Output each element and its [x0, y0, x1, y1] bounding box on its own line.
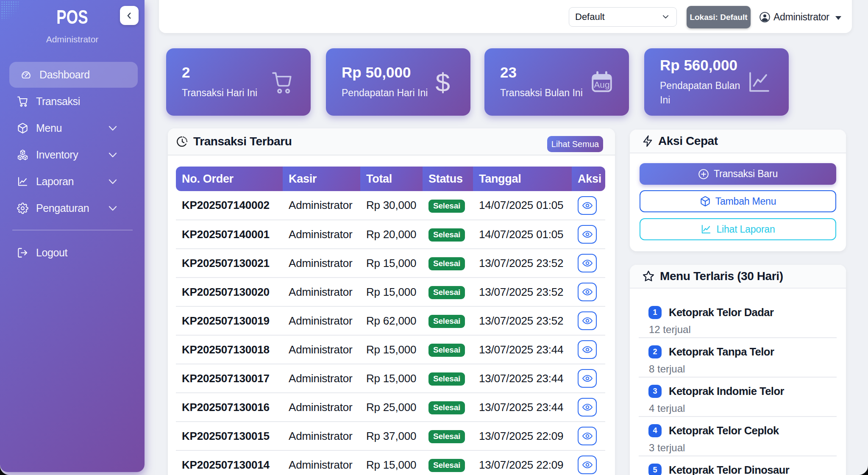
svg-text:Aug: Aug: [594, 79, 610, 89]
